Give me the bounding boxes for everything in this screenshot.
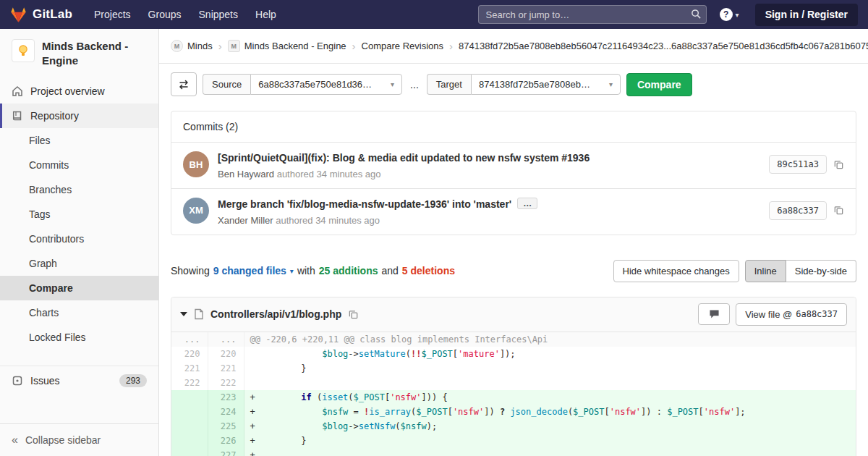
diff-table: ......@@ -220,6 +220,11 @@ class blog im… [171,332,856,456]
help-dropdown[interactable]: ? ▾ [720,8,739,21]
sidebar-item-charts[interactable]: Charts [0,300,158,325]
sidebar-item-commits[interactable]: Commits [0,153,158,177]
copy-file-path-icon[interactable] [348,309,359,320]
project-avatar-small: M [228,40,240,52]
target-ref-value: 874138fd72b5ae7808eb… [479,79,590,90]
sidebar-item-issues[interactable]: Issues 293 [0,366,158,395]
sidebar-project-link[interactable]: Minds Backend - Engine [0,29,158,79]
diff-view-controls: Hide whitespace changes Inline Side-by-s… [613,260,857,282]
top-navbar: GitLab Projects Groups Snippets Help ? ▾… [0,0,868,29]
inline-view-button[interactable]: Inline [745,260,786,282]
file-actions: View file @ 6a88c337 [698,303,847,326]
commit-sha-link[interactable]: 6a88c337 [769,201,827,220]
sidebar-item-locked-files[interactable]: Locked Files [0,325,158,350]
sidebar-item-graph[interactable]: Graph [0,251,158,276]
diff-row-add: 226+ } [171,434,856,448]
line-number-old[interactable] [171,434,208,448]
diff-row-add: 223+ if (isset($_POST['nsfw'])) { [171,390,856,405]
code-line: + $nsfw = !is_array($_POST['nsfw']) ? js… [244,405,856,419]
breadcrumb-group[interactable]: M Minds [171,40,213,52]
issues-count-badge: 293 [119,374,147,387]
commit-description-expander[interactable]: … [517,198,537,209]
line-number-old[interactable]: 222 [171,376,208,390]
code-line: + [244,448,856,456]
view-file-sha: 6a88c337 [796,309,838,319]
line-number-new[interactable]: 222 [208,376,244,390]
line-number-old[interactable]: 221 [171,361,208,376]
sign-in-button[interactable]: Sign in / Register [755,4,858,26]
commit-title-link[interactable]: Merge branch 'fix/blog-media-nsfw-update… [218,198,760,211]
sidebar-item-tags[interactable]: Tags [0,202,158,227]
line-number-new[interactable]: 224 [208,405,244,419]
breadcrumb-project[interactable]: M Minds Backend - Engine [228,40,346,52]
search-input[interactable] [478,5,707,24]
collapse-sidebar-button[interactable]: « Collapse sidebar [0,423,158,456]
changed-files-dropdown[interactable]: 9 changed files [213,265,286,276]
nav-item-projects[interactable]: Projects [85,0,140,29]
line-number-old[interactable] [171,419,208,434]
sidebar-item-branches[interactable]: Branches [0,177,158,202]
chevron-down-icon: ▾ [609,80,613,88]
nav-item-groups[interactable]: Groups [140,0,190,29]
commit-sha-link[interactable]: 89c511a3 [769,155,827,174]
commit-title-link[interactable]: [Sprint/QuietQuail](fix): Blog & media e… [218,151,760,165]
sidebar-item-project-overview[interactable]: Project overview [0,79,158,104]
copy-sha-icon[interactable] [833,159,844,170]
sidebar-project-title: Minds Backend - Engine [42,39,147,69]
line-number-old[interactable] [171,405,208,419]
sidebar-section-label: Repository [30,110,79,122]
side-by-side-view-button[interactable]: Side-by-side [786,260,856,282]
diff-row-add: 224+ $nsfw = !is_array($_POST['nsfw']) ?… [171,405,856,419]
line-number-new[interactable]: 220 [208,347,244,361]
sidebar-section-repository[interactable]: Repository [0,104,158,128]
commit-title-text: Merge branch 'fix/blog-media-nsfw-update… [218,198,511,210]
hide-whitespace-button[interactable]: Hide whitespace changes [613,260,739,282]
line-number-old: ... [171,332,208,347]
line-number-old[interactable] [171,448,208,456]
nav-links: Projects Groups Snippets Help [85,0,285,29]
breadcrumb-compare-revisions[interactable]: Compare Revisions [362,41,443,51]
chevron-down-icon: ▾ [391,80,394,88]
nav-item-snippets[interactable]: Snippets [190,0,247,29]
repository-subnav: Files Commits Branches Tags Contributors… [0,128,158,350]
swap-icon [178,80,190,90]
sidebar-item-label: Project overview [30,85,105,97]
nav-item-help[interactable]: Help [247,0,285,29]
avatar[interactable]: BH [183,151,209,177]
line-number-old[interactable] [171,390,208,405]
breadcrumb-project-label: Minds Backend - Engine [244,41,346,51]
collapse-file-caret-icon[interactable] [180,312,187,316]
source-ref-dropdown[interactable]: 6a88c337a5e750e81d36… ▾ [250,74,402,95]
commit-authored-ago: authored 34 minutes ago [273,215,380,226]
swap-revisions-button[interactable] [171,72,197,96]
avatar[interactable]: XM [183,198,209,224]
help-icon: ? [720,8,733,21]
sidebar-item-files[interactable]: Files [0,128,158,153]
copy-sha-icon[interactable] [833,205,844,216]
line-number-new[interactable]: 226 [208,434,244,448]
toggle-comments-button[interactable] [698,303,730,325]
code-line: + $blog->setNsfw($nsfw); [244,419,856,434]
line-number-old[interactable]: 220 [171,347,208,361]
diff-row-ctx: 220220 $blog->setMature(!!$_POST['mature… [171,347,856,361]
line-number-new[interactable]: 225 [208,419,244,434]
line-number-new[interactable]: 223 [208,390,244,405]
view-file-button[interactable]: View file @ 6a88c337 [736,303,847,326]
code-line: $blog->setMature(!!$_POST['mature']); [244,347,856,361]
commit-author-link[interactable]: Ben Hayward [218,169,274,180]
sidebar-item-compare[interactable]: Compare [0,276,158,300]
gitlab-home-link[interactable]: GitLab [10,7,72,23]
target-ref-dropdown[interactable]: 874138fd72b5ae7808eb… ▾ [471,74,621,95]
breadcrumb-group-label: Minds [187,41,213,51]
compare-page: Source 6a88c337a5e750e81d36… ▾ ... Targe… [159,64,868,456]
file-diff-panel: Controllers/api/v1/blog.php View file @ [171,297,856,456]
line-number-new[interactable]: 221 [208,361,244,376]
sidebar-item-contributors[interactable]: Contributors [0,227,158,251]
line-number-new[interactable]: 227 [208,448,244,456]
commit-author-link[interactable]: Xander Miller [218,215,273,226]
file-name-link[interactable]: Controllers/api/v1/blog.php [210,308,341,320]
commit-info: Merge branch 'fix/blog-media-nsfw-update… [218,198,760,226]
diff-table-body: ......@@ -220,6 +220,11 @@ class blog im… [171,332,856,456]
breadcrumb-page-label: Compare Revisions [362,41,443,51]
compare-button[interactable]: Compare [626,73,692,96]
